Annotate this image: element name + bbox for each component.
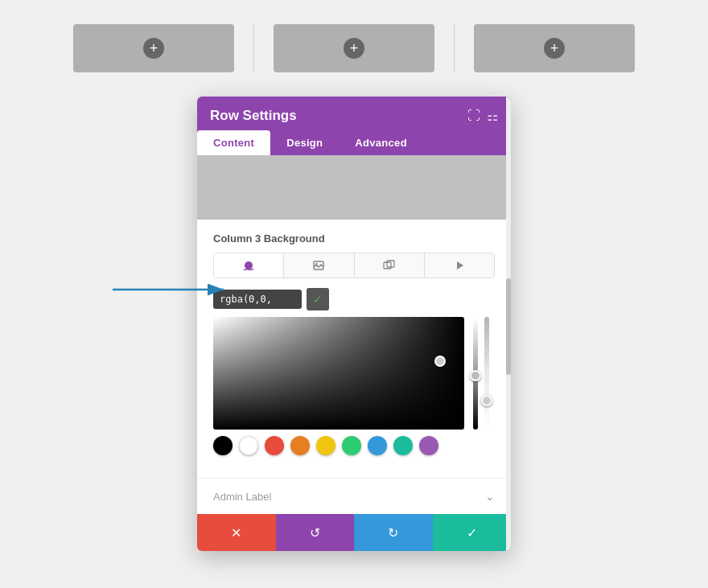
- swatch-purple[interactable]: [419, 436, 438, 455]
- admin-label-text: Admin Label: [213, 491, 271, 503]
- video-icon: [453, 259, 466, 272]
- divider-1: [253, 24, 254, 72]
- resize-icon[interactable]: ⛶: [467, 109, 480, 124]
- add-block-2-button[interactable]: +: [344, 38, 364, 59]
- gradient-handle[interactable]: [434, 356, 446, 367]
- color-gradient[interactable]: [213, 317, 464, 430]
- block-placeholder-3: +: [474, 24, 635, 72]
- top-row: + + +: [0, 0, 708, 88]
- column-background-section: Column 3 Background: [197, 220, 511, 478]
- cancel-button[interactable]: ✕: [197, 514, 276, 551]
- add-block-1-button[interactable]: +: [143, 38, 164, 59]
- divider-2: [454, 24, 455, 72]
- admin-label-row[interactable]: Admin Label ⌄: [197, 478, 511, 514]
- panel-title: Row Settings: [210, 108, 297, 124]
- svg-point-0: [245, 261, 253, 269]
- panel-tabs: Content Design Advanced: [197, 124, 511, 155]
- block-placeholder-2: +: [274, 24, 434, 72]
- tab-design[interactable]: Design: [270, 130, 339, 155]
- rgba-input-row: ✓: [213, 288, 495, 310]
- swatch-red[interactable]: [265, 436, 284, 455]
- reset-button[interactable]: ↺: [276, 514, 355, 551]
- image-icon: [312, 259, 325, 272]
- add-block-3-button[interactable]: +: [544, 38, 565, 59]
- swatch-black[interactable]: [213, 436, 233, 455]
- row-settings-panel: Row Settings ⛶ ⚏ Content Design Advanced…: [197, 97, 511, 551]
- swatch-green[interactable]: [342, 436, 361, 455]
- swatch-yellow[interactable]: [316, 436, 335, 455]
- swatch-white[interactable]: [239, 436, 258, 455]
- opacity-slider-track[interactable]: [483, 317, 491, 430]
- bg-tab-color[interactable]: [214, 253, 284, 278]
- column-background-label: Column 3 Background: [213, 232, 495, 245]
- main-area: Row Settings ⛶ ⚏ Content Design Advanced…: [0, 88, 708, 551]
- scrollbar[interactable]: [506, 97, 511, 551]
- color-picker-area: ✓: [213, 288, 495, 458]
- columns-icon[interactable]: ⚏: [487, 109, 498, 124]
- block-placeholder-1: +: [73, 24, 234, 72]
- color-swatches: [213, 430, 495, 458]
- bg-tab-video[interactable]: [425, 253, 494, 278]
- brightness-slider-thumb[interactable]: [470, 370, 481, 381]
- panel-header-icons: ⛶ ⚏: [467, 109, 498, 124]
- sliders-container: [467, 317, 495, 430]
- swatch-blue[interactable]: [368, 436, 387, 455]
- chevron-down-icon: ⌄: [485, 490, 495, 503]
- save-button[interactable]: ✓: [433, 514, 512, 551]
- svg-point-2: [316, 263, 318, 265]
- gallery-icon: [383, 259, 396, 272]
- panel-body: Column 3 Background: [197, 155, 511, 514]
- panel-header: Row Settings ⛶ ⚏: [197, 97, 511, 124]
- svg-marker-5: [457, 261, 463, 269]
- color-fill-icon: [242, 259, 255, 272]
- bg-tab-gallery[interactable]: [355, 253, 425, 278]
- scroll-thumb[interactable]: [506, 278, 511, 375]
- rgba-confirm-button[interactable]: ✓: [307, 288, 329, 310]
- preview-area: [197, 155, 511, 220]
- action-bar: ✕ ↺ ↻ ✓: [197, 514, 511, 551]
- redo-button[interactable]: ↻: [354, 514, 433, 551]
- tab-advanced[interactable]: Advanced: [339, 130, 423, 155]
- gradient-container: [213, 317, 495, 430]
- background-type-tabs: [213, 253, 495, 278]
- tab-content[interactable]: Content: [197, 130, 270, 155]
- brightness-slider-track[interactable]: [471, 317, 480, 430]
- swatch-orange[interactable]: [290, 436, 310, 455]
- bg-tab-image[interactable]: [284, 253, 354, 278]
- swatch-teal[interactable]: [393, 436, 413, 455]
- opacity-slider-thumb[interactable]: [481, 395, 492, 406]
- rgba-input[interactable]: [213, 290, 302, 309]
